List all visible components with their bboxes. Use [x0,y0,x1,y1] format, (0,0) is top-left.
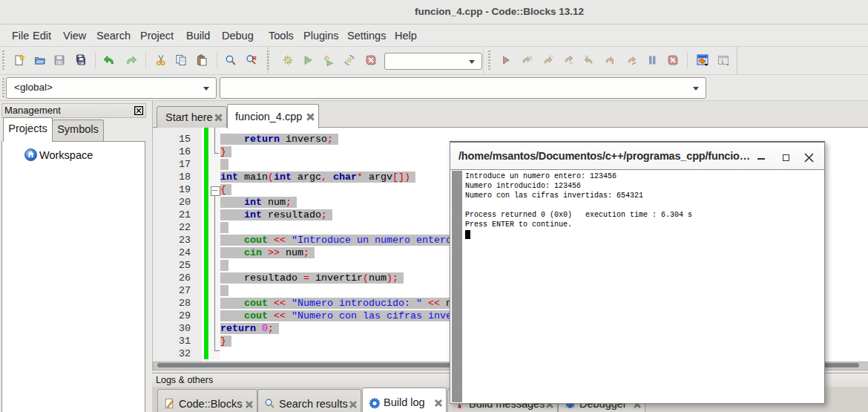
svg-text:R: R [252,55,257,62]
